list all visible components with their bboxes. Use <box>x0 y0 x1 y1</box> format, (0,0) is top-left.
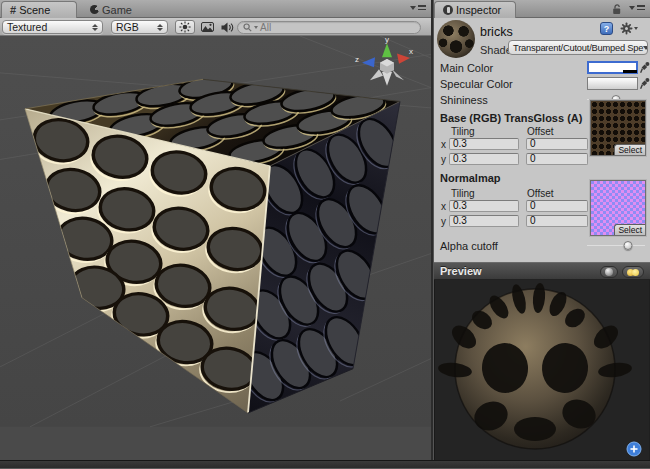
offset-header: Offset <box>527 126 554 137</box>
inspector-pane-menu-icon[interactable] <box>629 5 645 10</box>
tiling-header: Tiling <box>451 188 475 199</box>
scene-viewport[interactable]: y x z <box>0 36 431 460</box>
normal-tiling-x-field[interactable]: 0.3 <box>449 200 519 212</box>
scene-toolbar: Textured RGB <box>0 18 431 36</box>
gizmo-y-label: y <box>385 36 389 43</box>
normalmap-label: Normalmap <box>440 172 501 184</box>
base-tiling-y-field[interactable]: 0.3 <box>449 153 519 165</box>
material-name: bricks <box>480 25 513 39</box>
gear-menu-arrow-icon <box>634 27 638 30</box>
normal-tiling-y-field[interactable]: 0.3 <box>449 215 519 227</box>
shininess-label: Shininess <box>440 94 488 106</box>
scene-audio-toggle[interactable] <box>219 20 236 34</box>
inspector-panel: bricks Shader Transparent/Cutout/Bumped … <box>434 18 650 262</box>
help-icon[interactable]: ? <box>600 22 613 35</box>
search-icon <box>243 23 252 32</box>
normal-offset-x-field[interactable]: 0 <box>526 200 588 212</box>
game-icon <box>90 5 99 14</box>
base-texture-select-button[interactable]: Select <box>614 144 645 155</box>
offset-header: Offset <box>527 188 554 199</box>
scene-skybox-toggle[interactable] <box>199 20 216 34</box>
tab-inspector-label: Inspector <box>456 4 501 16</box>
updown-arrows-icon <box>157 24 163 31</box>
preview-area[interactable] <box>434 280 649 460</box>
search-placeholder: All <box>260 22 271 33</box>
scene-3d-view[interactable]: y x z <box>0 36 431 460</box>
row-y-label: y <box>441 216 446 227</box>
sun-icon <box>179 21 191 33</box>
normalmap-select-button[interactable]: Select <box>614 224 645 235</box>
unity-editor-window: # Scene Game Textured RGB <box>0 0 650 469</box>
row-x-label: x <box>441 201 446 212</box>
base-texture-thumbnail[interactable]: Select <box>590 100 646 156</box>
base-map-label: Base (RGB) TransGloss (A) <box>440 112 582 124</box>
row-x-label: x <box>441 139 446 150</box>
gizmo-z-label: z <box>355 55 359 64</box>
normal-offset-y-field[interactable]: 0 <box>526 215 588 227</box>
specular-color-label: Specular Color <box>440 78 513 90</box>
row-y-label: y <box>441 154 446 165</box>
base-offset-x-field[interactable]: 0 <box>526 138 588 150</box>
speaker-icon <box>221 22 234 33</box>
asset-plus-icon[interactable] <box>627 442 641 456</box>
tab-game-label: Game <box>102 4 132 16</box>
scene-tabstrip: # Scene Game <box>0 0 431 18</box>
alpha-cutoff-slider-thumb[interactable] <box>623 241 632 250</box>
settings-gear-icon[interactable] <box>620 22 638 35</box>
image-icon <box>201 22 214 32</box>
draw-mode-value: Textured <box>7 21 47 33</box>
preview-shape-button[interactable] <box>600 266 618 278</box>
slider-track <box>587 245 645 246</box>
specular-color-swatch[interactable] <box>587 77 638 90</box>
material-preview-sphere[interactable] <box>435 280 650 460</box>
preview-title: Preview <box>440 265 482 277</box>
sphere-icon <box>605 268 613 276</box>
inspector-tabstrip: Inspector <box>434 0 650 18</box>
inspector-lock-icon[interactable] <box>612 4 622 15</box>
draw-mode-dropdown[interactable]: Textured <box>2 20 103 34</box>
base-offset-y-field[interactable]: 0 <box>526 153 588 165</box>
shader-dropdown[interactable]: Transparent/Cutout/Bumped Spe <box>508 40 648 55</box>
tab-inspector[interactable]: Inspector <box>434 1 516 18</box>
gizmo-x-label: x <box>409 48 413 57</box>
tab-game[interactable]: Game <box>82 1 140 18</box>
chevron-down-icon <box>643 46 648 50</box>
hash-icon: # <box>10 4 16 16</box>
alpha-cutoff-slider[interactable] <box>587 241 645 251</box>
preview-lighting-button[interactable] <box>622 266 644 278</box>
tiling-header: Tiling <box>451 126 475 137</box>
scene-lighting-toggle[interactable] <box>175 20 195 34</box>
updown-arrows-icon <box>92 24 98 31</box>
scene-pane-menu-icon[interactable] <box>410 5 426 10</box>
normalmap-texture-thumbnail[interactable]: Select <box>590 180 646 236</box>
color-mode-dropdown[interactable]: RGB <box>111 20 168 34</box>
color-mode-value: RGB <box>116 21 139 33</box>
search-filter-arrow-icon <box>254 26 258 29</box>
lights-icon <box>632 269 639 276</box>
eyedropper-icon[interactable] <box>640 61 650 74</box>
shader-value: Transparent/Cutout/Bumped Spe <box>513 43 643 53</box>
inspector-icon <box>443 5 453 15</box>
tab-scene-label: Scene <box>19 4 50 16</box>
main-color-label: Main Color <box>440 62 493 74</box>
scene-search-input[interactable]: All <box>237 21 421 34</box>
preview-header[interactable]: Preview <box>434 262 650 280</box>
alpha-cutoff-label: Alpha cutoff <box>440 240 498 252</box>
main-color-swatch[interactable] <box>587 61 638 74</box>
tab-scene[interactable]: # Scene <box>1 1 77 18</box>
eyedropper-icon[interactable] <box>640 77 650 90</box>
material-preview-thumbnail[interactable] <box>437 20 475 58</box>
window-bottom-border <box>0 460 650 469</box>
base-tiling-x-field[interactable]: 0.3 <box>449 138 519 150</box>
